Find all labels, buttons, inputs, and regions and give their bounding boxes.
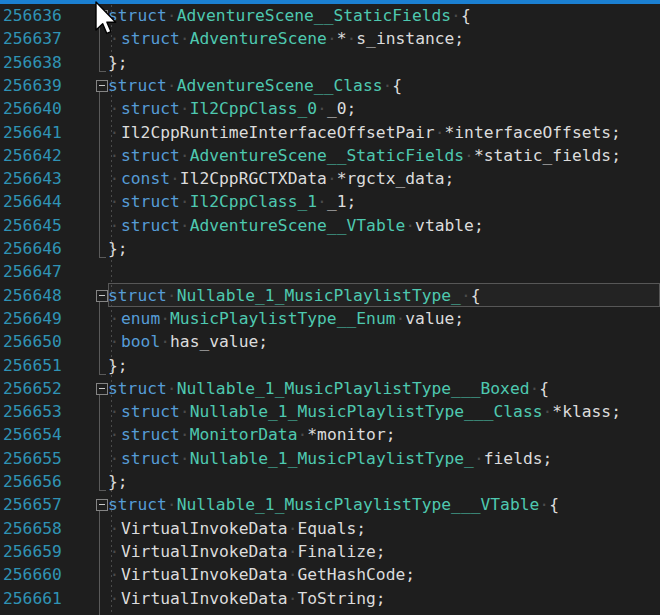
whitespace-dot: · xyxy=(464,146,474,165)
block-structure-guide xyxy=(99,302,100,375)
code-text[interactable]: struct·AdventureScene__Class·{ xyxy=(108,74,402,97)
line-number: 256660 xyxy=(3,563,62,586)
block-structure-guide xyxy=(99,92,100,258)
plain-token: GetHashCode; xyxy=(297,565,415,584)
code-text[interactable]: ·const·Il2CppRGCTXData·*rgctx_data; xyxy=(108,167,454,190)
indent-whitespace-dot: · xyxy=(108,97,121,120)
whitespace-dot: · xyxy=(160,309,170,328)
plain-token: _0; xyxy=(327,99,356,118)
line-number: 256651 xyxy=(3,354,62,377)
whitespace-dot: · xyxy=(327,169,337,188)
indent-whitespace-dot: · xyxy=(108,517,121,540)
line-number: 256656 xyxy=(3,470,62,493)
line-number: 256640 xyxy=(3,97,62,120)
whitespace-dot: · xyxy=(347,29,357,48)
code-text[interactable]: ·VirtualInvokeData·Equals; xyxy=(108,517,366,540)
code-text[interactable]: }; xyxy=(108,610,128,615)
code-text[interactable]: ·struct·Nullable_1_MusicPlaylistType_·fi… xyxy=(108,447,552,470)
code-text[interactable]: ·struct·AdventureScene__VTable·vtable; xyxy=(108,214,484,237)
whitespace-dot: · xyxy=(317,192,327,211)
whitespace-dot: · xyxy=(317,99,327,118)
plain-token: VirtualInvokeData xyxy=(121,565,288,584)
whitespace-dot: · xyxy=(288,542,298,561)
code-text[interactable]: }; xyxy=(108,51,128,74)
plain-token: { xyxy=(471,286,481,305)
type-token: AdventureScene xyxy=(190,29,327,48)
whitespace-dot: · xyxy=(180,99,190,118)
code-text[interactable]: ·struct·AdventureScene·*·s_instance; xyxy=(108,27,464,50)
type-token: Nullable_1_MusicPlaylistType___Class xyxy=(190,402,543,421)
line-number: 256649 xyxy=(3,307,62,330)
code-editor[interactable]: 256636struct·AdventureScene__StaticField… xyxy=(0,4,660,615)
fold-collapse-icon[interactable] xyxy=(96,290,108,302)
indent-whitespace-dot: · xyxy=(108,423,121,446)
code-text[interactable]: struct·Nullable_1_MusicPlaylistType_·{ xyxy=(108,284,481,307)
keyword-token: struct xyxy=(121,216,180,235)
code-text[interactable]: ·struct·AdventureScene__StaticFields·*st… xyxy=(108,144,621,167)
indent-whitespace-dot: · xyxy=(108,540,121,563)
code-line-row[interactable]: 256647 xyxy=(0,260,660,283)
whitespace-dot: · xyxy=(451,6,461,25)
keyword-token: struct xyxy=(108,76,167,95)
whitespace-dot: · xyxy=(288,565,298,584)
plain-token: { xyxy=(549,495,559,514)
indent-whitespace-dot: · xyxy=(108,121,121,144)
plain-token: { xyxy=(461,6,471,25)
line-number: 256647 xyxy=(3,260,62,283)
indent-whitespace-dot: · xyxy=(108,563,121,586)
whitespace-dot: · xyxy=(288,589,298,608)
code-text[interactable]: }; xyxy=(108,354,128,377)
line-number: 256638 xyxy=(3,51,62,74)
indent-whitespace-dot: · xyxy=(108,190,121,213)
indent-whitespace-dot: · xyxy=(108,144,121,167)
code-text[interactable]: ·bool·has_value; xyxy=(108,330,268,353)
block-structure-guide-foot xyxy=(99,257,106,258)
keyword-token: struct xyxy=(121,192,180,211)
type-token: AdventureScene__StaticFields xyxy=(177,6,451,25)
code-text[interactable]: ·VirtualInvokeData·Finalize; xyxy=(108,540,386,563)
code-text[interactable]: ·enum·MusicPlaylistType__Enum·value; xyxy=(108,307,464,330)
code-text[interactable]: }; xyxy=(108,237,128,260)
fold-collapse-icon[interactable] xyxy=(96,499,108,511)
code-text[interactable]: ·struct·Il2CppClass_1·_1; xyxy=(108,190,356,213)
keyword-token: struct xyxy=(121,402,180,421)
whitespace-dot: · xyxy=(297,425,307,444)
whitespace-dot: · xyxy=(180,402,190,421)
code-text[interactable]: }; xyxy=(108,470,128,493)
indent-whitespace-dot: · xyxy=(108,307,121,330)
line-number: 256652 xyxy=(3,377,62,400)
plain-token: _1; xyxy=(327,192,356,211)
indent-whitespace-dot: · xyxy=(108,587,121,610)
code-text[interactable]: ·Il2CppRuntimeInterfaceOffsetPair·*inter… xyxy=(108,121,621,144)
code-text[interactable]: struct·AdventureScene__StaticFields·{ xyxy=(108,4,471,27)
code-text[interactable]: ·VirtualInvokeData·ToString; xyxy=(108,587,386,610)
line-number: 256641 xyxy=(3,121,62,144)
code-text[interactable]: struct·Nullable_1_MusicPlaylistType___Bo… xyxy=(108,377,549,400)
whitespace-dot: · xyxy=(435,123,445,142)
indent-whitespace-dot: · xyxy=(108,167,121,190)
plain-token: * xyxy=(337,29,347,48)
block-structure-guide xyxy=(99,511,100,615)
plain-token: fields; xyxy=(484,449,553,468)
whitespace-dot: · xyxy=(180,146,190,165)
type-token: AdventureScene__StaticFields xyxy=(190,146,464,165)
line-number: 256658 xyxy=(3,517,62,540)
plain-token: Il2CppRGCTXData xyxy=(180,169,327,188)
code-text[interactable]: ·VirtualInvokeData·GetHashCode; xyxy=(108,563,415,586)
whitespace-dot: · xyxy=(474,449,484,468)
plain-token: }; xyxy=(108,472,128,491)
line-number: 256657 xyxy=(3,493,62,516)
code-text[interactable]: ·struct·Nullable_1_MusicPlaylistType___C… xyxy=(108,400,621,423)
code-text[interactable]: ·struct·MonitorData·*monitor; xyxy=(108,423,396,446)
plain-token: { xyxy=(539,379,549,398)
type-token: AdventureScene__VTable xyxy=(190,216,406,235)
fold-collapse-icon[interactable] xyxy=(96,80,108,92)
code-text[interactable]: struct·Nullable_1_MusicPlaylistType___VT… xyxy=(108,493,559,516)
code-text[interactable]: ·struct·Il2CppClass_0·_0; xyxy=(108,97,356,120)
fold-collapse-icon[interactable] xyxy=(96,383,108,395)
whitespace-dot: · xyxy=(383,76,393,95)
keyword-token: bool xyxy=(121,332,160,351)
whitespace-dot: · xyxy=(167,286,177,305)
whitespace-dot: · xyxy=(543,402,553,421)
whitespace-dot: · xyxy=(167,6,177,25)
